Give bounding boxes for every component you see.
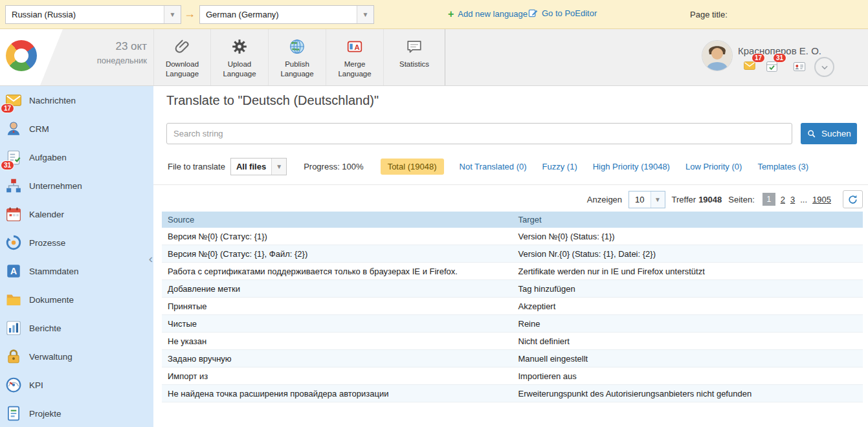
target-language-select[interactable]: German (Germany) ▼ xyxy=(199,5,374,24)
page-current[interactable]: 1 xyxy=(762,193,775,206)
hits-value: 19048 xyxy=(698,195,722,204)
table-row[interactable]: Задано вручнуюManuell eingestellt xyxy=(162,350,863,367)
sidebar-item-nachrichten[interactable]: 17 Nachrichten xyxy=(0,86,153,115)
statistics-button[interactable]: Statistics xyxy=(384,29,445,85)
page-title: Translate to "Deutsch (Deutschland)" xyxy=(166,93,379,108)
source-language-value: Russian (Russia) xyxy=(6,6,164,23)
sidebar-item-label: Stammdaten xyxy=(29,267,79,276)
page-link-3[interactable]: 3 xyxy=(790,195,795,204)
user-avatar[interactable] xyxy=(702,41,732,71)
tab-low-priority[interactable]: Low Priority (0) xyxy=(685,162,742,171)
page-size-select[interactable]: 10 ▼ xyxy=(629,191,665,208)
target-cell: Version №{0} (Status: {1}) xyxy=(513,232,863,241)
target-cell: Nicht definiert xyxy=(513,336,863,346)
sidebar-item-dokumente[interactable]: Dokumente xyxy=(0,285,153,314)
svg-text:A: A xyxy=(354,43,359,51)
search-button[interactable]: Suchen xyxy=(801,123,857,144)
plus-icon: + xyxy=(448,10,454,18)
table-row[interactable]: Версия №{0} (Статус: {1})Version №{0} (S… xyxy=(162,228,863,245)
tab-not-translated[interactable]: Not Translated (0) xyxy=(460,162,527,171)
arrow-right-icon: → xyxy=(184,7,195,21)
header-idcard-icon[interactable] xyxy=(792,60,807,74)
file-filter-value: All files xyxy=(231,159,271,175)
progress-label: Progress: 100% xyxy=(304,162,364,171)
table-row[interactable]: Добавление меткиTag hinzufügen xyxy=(162,280,863,298)
publish-language-button[interactable]: PublishLanguage xyxy=(269,29,326,85)
sidebar-item-verwaltung[interactable]: Verwaltung xyxy=(0,342,153,371)
sidebar-item-kalender[interactable]: Kalender xyxy=(0,200,153,228)
masterdata-icon: A xyxy=(5,263,22,279)
target-cell: Akzeptiert xyxy=(513,301,863,311)
toolbar-label: Language xyxy=(166,70,199,78)
file-filter-label: File to translate xyxy=(168,162,225,171)
tab-high-priority[interactable]: High Priority (19048) xyxy=(593,162,670,171)
goto-poeditor-link[interactable]: Go to PoEditor xyxy=(528,8,597,18)
column-source: Source xyxy=(162,215,513,224)
table-row[interactable]: Версия №{0} (Статус: {1}, Файл: {2})Vers… xyxy=(162,245,863,263)
org-chart-icon xyxy=(5,177,22,194)
target-cell: Manuell eingestellt xyxy=(513,354,863,364)
sidebar-item-aufgaben[interactable]: 31 Aufgaben xyxy=(0,143,153,171)
sidebar-item-crm[interactable]: CRM xyxy=(0,115,153,143)
sidebar-item-berichte[interactable]: Berichte xyxy=(0,314,153,342)
language-bar: Russian (Russia) ▼ → German (Germany) ▼ … xyxy=(0,0,868,29)
chevron-down-icon: ▼ xyxy=(651,192,665,208)
calendar-icon xyxy=(5,206,22,223)
table-row[interactable]: Импорт изImportieren aus xyxy=(162,367,863,385)
sidebar-item-kpi[interactable]: KPI xyxy=(0,371,153,399)
table-row[interactable]: Не указанNicht definiert xyxy=(162,333,863,350)
refresh-button[interactable] xyxy=(843,190,863,208)
tab-total[interactable]: Total (19048) xyxy=(381,159,444,175)
date-weekday: понедельник xyxy=(61,56,147,65)
folder-icon xyxy=(5,291,22,308)
tab-fuzzy[interactable]: Fuzzy (1) xyxy=(542,162,577,171)
sidebar-item-projekte[interactable]: Projekte xyxy=(0,399,153,427)
table-row[interactable]: Не найдена точка расширения провайдера а… xyxy=(162,385,863,402)
header-tasks-icon[interactable]: 31 xyxy=(765,60,779,73)
tasks-badge: 31 xyxy=(773,54,786,62)
page-ellipsis: ... xyxy=(800,195,807,204)
page-link-2[interactable]: 2 xyxy=(781,195,785,204)
sidebar-item-label: Prozesse xyxy=(29,238,65,248)
page-link-last[interactable]: 1905 xyxy=(812,195,831,204)
translation-table: Source Target Версия №{0} (Статус: {1})V… xyxy=(162,212,863,402)
mail-badge: 17 xyxy=(752,54,764,62)
table-row[interactable]: ПринятыеAkzeptiert xyxy=(162,298,863,315)
target-cell: Zertifikate werden nur in IE und Firefox… xyxy=(513,267,863,276)
show-label: Anzeigen xyxy=(587,195,622,204)
table-row[interactable]: ЧистыеReine xyxy=(162,315,863,333)
nachrichten-badge: 17 xyxy=(1,104,14,113)
source-cell: Работа с сертификатами поддерживается то… xyxy=(162,267,513,276)
sidebar-item-label: KPI xyxy=(29,380,43,390)
file-filter-select[interactable]: All files ▼ xyxy=(230,158,287,175)
source-cell: Версия №{0} (Статус: {1}) xyxy=(162,232,513,241)
table-row[interactable]: Работа с сертификатами поддерживается то… xyxy=(162,263,863,280)
merge-language-button[interactable]: A MergeLanguage xyxy=(326,29,384,85)
tab-templates[interactable]: Templates (3) xyxy=(757,162,808,171)
app-logo[interactable] xyxy=(6,40,37,71)
source-language-select[interactable]: Russian (Russia) ▼ xyxy=(5,5,181,24)
target-cell: Reine xyxy=(513,319,863,329)
target-cell: Erweiterungspunkt des Autorisierungsanbi… xyxy=(513,389,863,399)
sidebar-item-label: Kalender xyxy=(29,210,64,219)
user-menu-chevron-button[interactable] xyxy=(814,57,834,77)
sidebar-item-label: Nachrichten xyxy=(29,96,76,105)
project-document-icon xyxy=(5,405,22,422)
source-cell: Версия №{0} (Статус: {1}, Файл: {2}) xyxy=(162,249,513,259)
sidebar-item-unternehmen[interactable]: Unternehmen xyxy=(0,171,153,200)
add-new-language-link[interactable]: + Add new language xyxy=(448,9,528,19)
hits-label: Treffer xyxy=(672,195,696,204)
source-cell: Добавление метки xyxy=(162,284,513,294)
search-input[interactable] xyxy=(166,123,792,144)
page-title-label: Page title: xyxy=(690,10,728,19)
aufgaben-badge: 31 xyxy=(1,161,14,170)
header-mail-icon[interactable]: 17 xyxy=(742,60,757,72)
hits-counter: Treffer19048 xyxy=(672,195,722,204)
sidebar-item-prozesse[interactable]: Prozesse xyxy=(0,228,153,257)
download-language-button[interactable]: DownloadLanguage xyxy=(153,29,211,85)
search-button-label: Suchen xyxy=(821,129,851,138)
sidebar-item-stammdaten[interactable]: A Stammdaten xyxy=(0,257,153,285)
sidebar-collapse-handle[interactable]: ‹ xyxy=(149,254,153,263)
divider xyxy=(153,184,868,185)
upload-language-button[interactable]: UploadLanguage xyxy=(211,29,269,85)
